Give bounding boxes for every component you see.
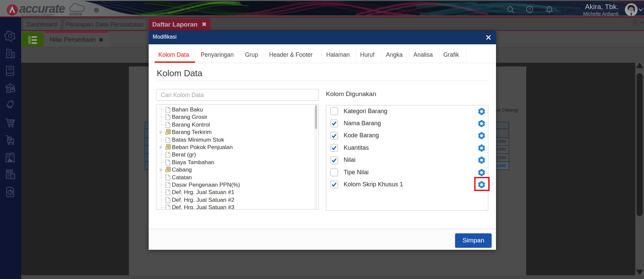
svg-text:online: online: [69, 11, 82, 16]
svg-text:?: ?: [528, 7, 531, 12]
svg-text:TAX: TAX: [8, 171, 11, 173]
svg-text:Rp: Rp: [8, 105, 11, 108]
